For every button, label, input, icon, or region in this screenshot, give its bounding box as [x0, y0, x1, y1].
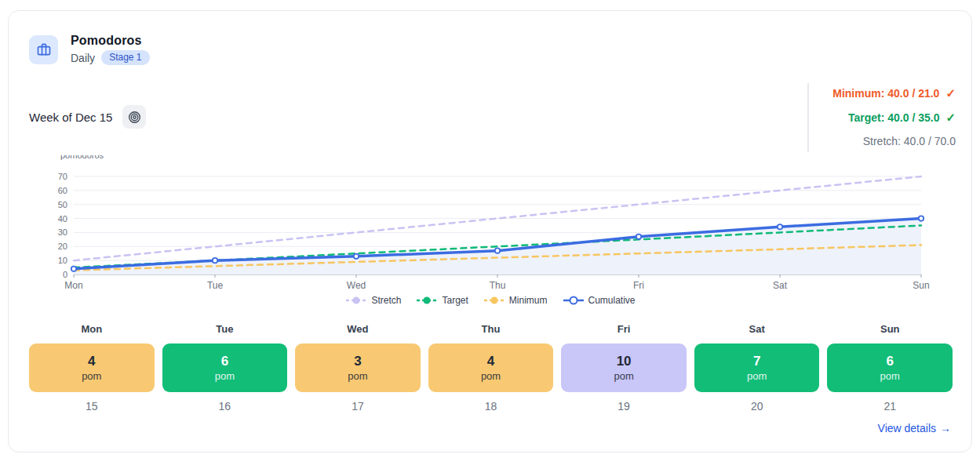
day-date: 18	[428, 400, 554, 413]
chart-legend: Stretch Target Minimum Cumulative	[9, 295, 973, 306]
cumulative-legend-marker-icon	[563, 296, 584, 305]
day-name: Sun	[827, 323, 953, 335]
habit-icon-box	[29, 35, 58, 64]
bullseye-target-icon	[128, 111, 141, 124]
legend-item-minimum: Minimum	[484, 295, 548, 306]
day-date: 16	[162, 400, 288, 413]
day-unit: pom	[880, 370, 900, 382]
header-text: Pomodoros Daily Stage 1	[71, 34, 150, 65]
day-column: Thu 4 pom 18	[428, 323, 554, 413]
day-value: 4	[487, 354, 494, 369]
stage-badge: Stage 1	[101, 50, 149, 65]
day-card[interactable]: 6 pom	[162, 344, 288, 392]
minimum-check-icon: ✓	[945, 86, 956, 100]
svg-text:Tue: Tue	[207, 280, 224, 291]
stretch-legend-marker-icon	[346, 296, 366, 305]
day-unit: pom	[481, 370, 501, 382]
day-value: 4	[88, 354, 95, 369]
day-value: 6	[221, 354, 228, 369]
day-column: Tue 6 pom 16	[162, 323, 288, 413]
day-name: Mon	[29, 323, 155, 335]
day-unit: pom	[215, 370, 235, 382]
week-selector: Week of Dec 15	[29, 105, 146, 129]
week-grid: Mon 4 pom 15 Tue 6 pom 16 Wed 3 pom 17 T…	[29, 323, 953, 413]
week-label: Week of Dec 15	[29, 111, 112, 124]
page-title: Pomodoros	[71, 34, 150, 48]
day-name: Thu	[428, 323, 554, 335]
day-column: Sun 6 pom 21	[827, 323, 953, 413]
day-value: 7	[753, 354, 760, 369]
habit-card: Pomodoros Daily Stage 1 Week of Dec 15 M…	[8, 10, 972, 453]
day-column: Wed 3 pom 17	[295, 323, 421, 413]
day-unit: pom	[614, 370, 633, 382]
day-name: Sat	[694, 323, 820, 335]
day-value: 3	[354, 354, 361, 369]
target-legend-marker-icon	[417, 296, 437, 305]
legend-label: Cumulative	[588, 295, 636, 306]
legend-label: Target	[442, 295, 468, 306]
stats-divider	[807, 83, 809, 152]
card-header: Pomodoros Daily Stage 1	[29, 34, 150, 65]
legend-label: Stretch	[371, 295, 401, 306]
weekly-chart: 010203040506070MonTueWedThuFriSatSun	[9, 158, 973, 293]
view-details-label: View details	[878, 422, 936, 434]
day-name: Tue	[162, 323, 288, 335]
day-card[interactable]: 6 pom	[827, 344, 953, 392]
svg-text:Fri: Fri	[633, 280, 644, 291]
svg-text:50: 50	[58, 200, 67, 209]
day-card[interactable]: 4 pom	[29, 344, 155, 392]
svg-text:Sat: Sat	[773, 280, 788, 291]
minimum-legend-marker-icon	[484, 296, 505, 305]
legend-item-stretch: Stretch	[346, 295, 401, 306]
svg-text:0: 0	[63, 270, 67, 279]
day-value: 10	[617, 354, 632, 369]
day-card[interactable]: 7 pom	[694, 344, 820, 392]
svg-text:20: 20	[58, 242, 67, 251]
svg-text:Mon: Mon	[64, 280, 82, 291]
svg-text:70: 70	[58, 172, 67, 181]
day-date: 17	[295, 400, 421, 413]
minimum-stat-label: Minimum: 40.0 / 21.0	[832, 87, 939, 100]
svg-text:60: 60	[58, 186, 67, 195]
day-card[interactable]: 4 pom	[428, 344, 554, 392]
stretch-stat-label: Stretch: 40.0 / 70.0	[863, 135, 956, 147]
frequency-label: Daily	[71, 52, 95, 64]
target-stat: Target: 40.0 / 35.0 ✓	[848, 111, 956, 125]
svg-text:40: 40	[58, 214, 67, 224]
day-name: Fri	[561, 323, 687, 335]
view-details-link[interactable]: View details →	[878, 422, 951, 434]
svg-text:Sun: Sun	[913, 280, 929, 291]
day-card[interactable]: 10 pom	[561, 344, 687, 392]
day-value: 6	[887, 354, 894, 369]
day-card[interactable]: 3 pom	[295, 344, 421, 392]
briefcase-icon	[36, 42, 52, 57]
day-date: 19	[561, 400, 687, 413]
stretch-stat: Stretch: 40.0 / 70.0	[863, 135, 956, 147]
day-column: Mon 4 pom 15	[29, 323, 155, 413]
goal-target-button[interactable]	[122, 105, 146, 129]
day-date: 20	[694, 400, 820, 413]
svg-text:30: 30	[58, 227, 67, 237]
svg-text:Thu: Thu	[490, 280, 506, 291]
day-unit: pom	[348, 370, 367, 382]
goal-stats: Minimum: 40.0 / 21.0 ✓ Target: 40.0 / 35…	[832, 86, 956, 147]
minimum-stat: Minimum: 40.0 / 21.0 ✓	[832, 86, 956, 100]
svg-text:10: 10	[58, 256, 67, 265]
target-stat-label: Target: 40.0 / 35.0	[848, 111, 939, 124]
weekly-chart-svg: 010203040506070MonTueWedThuFriSatSun	[9, 158, 973, 293]
target-check-icon: ✓	[945, 111, 956, 125]
day-column: Fri 10 pom 19	[561, 323, 687, 413]
day-unit: pom	[747, 370, 767, 382]
legend-label: Minimum	[509, 295, 548, 306]
day-date: 21	[827, 400, 953, 413]
day-unit: pom	[82, 370, 101, 382]
svg-text:Wed: Wed	[347, 280, 366, 291]
day-name: Wed	[295, 323, 421, 335]
day-date: 15	[29, 400, 155, 413]
day-column: Sat 7 pom 20	[694, 323, 820, 413]
legend-item-target: Target	[417, 295, 468, 306]
legend-item-cumulative: Cumulative	[563, 295, 636, 306]
arrow-right-icon: →	[940, 422, 951, 434]
